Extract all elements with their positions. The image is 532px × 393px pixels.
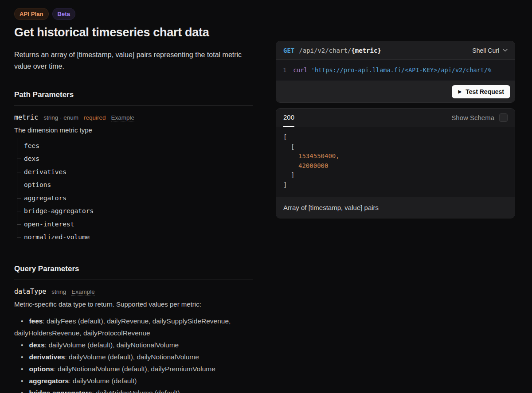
response-description: Array of [timestamp, value] pairs [276, 197, 515, 218]
json-punct: [ [283, 133, 287, 140]
enum-item: open-interest [17, 218, 253, 231]
code-argument: 'https://pro-api.llama.fi/<API-KEY>/api/… [308, 66, 492, 74]
bullet-desc: : dailyFees (default), dailyRevenue, dai… [14, 317, 231, 337]
show-schema-checkbox[interactable] [499, 113, 508, 122]
example-link[interactable]: Example [111, 114, 135, 121]
json-line: [ [283, 142, 508, 152]
endpoint-path: GET/api/v2/chart/{metric} [283, 47, 381, 54]
enum-item-label: dexs [24, 155, 39, 162]
bullet-term: fees [29, 317, 43, 325]
param-type: string · enum [43, 114, 78, 121]
request-panel: GET/api/v2/chart/{metric} Shell Curl 1cu… [276, 41, 515, 103]
show-schema-label: Show Schema [451, 114, 494, 121]
json-line: ] [283, 171, 508, 180]
bullet-term: options [29, 365, 54, 373]
bullet-desc: : dailyVolume (default), dailyNotionalVo… [65, 353, 199, 361]
request-panel-footer: ▶ Test Request [276, 81, 515, 102]
required-badge: required [84, 114, 106, 121]
enum-item: aggregators [17, 191, 253, 205]
api-plan-badge: API Plan [14, 8, 49, 20]
http-method: GET [283, 47, 294, 54]
curl-code-block[interactable]: 1curl 'https://pro-api.llama.fi/<API-KEY… [276, 60, 515, 81]
line-number: 1 [276, 66, 286, 75]
enum-item-label: derivatives [24, 168, 66, 175]
param-name: dataType [14, 288, 46, 296]
list-item: fees: dailyFees (default), dailyRevenue,… [14, 315, 253, 339]
list-item: derivatives: dailyVolume (default), dail… [14, 351, 253, 363]
bullet-desc: : dailyBridgeVolume (default) [92, 389, 180, 393]
list-item: dexs: dailyVolume (default), dailyNotion… [14, 339, 253, 351]
bullet-term: aggregators [29, 377, 69, 385]
list-item: options: dailyNotionalVolume (default), … [14, 363, 253, 375]
endpoint-description: Returns an array of [timestamp, value] p… [14, 49, 253, 72]
enum-item-label: options [24, 181, 51, 188]
response-panel: 200 Show Schema [ [ 1534550400, 42000000… [276, 108, 515, 218]
enum-item: dexs [17, 152, 253, 166]
enum-item: bridge-aggregators [17, 205, 253, 218]
enum-item: normalized-volume [17, 231, 253, 244]
json-number: 42000000 [298, 162, 328, 169]
path-parameters-heading: Path Parameters [14, 90, 253, 99]
page-title: Get historical timeseries chart data [14, 26, 253, 39]
json-punct: [ [291, 143, 294, 150]
json-line: [ [283, 132, 508, 142]
bullet-desc: : dailyNotionalVolume (default), dailyPr… [54, 365, 215, 373]
param-description: Metric-specific data type to return. Sup… [14, 300, 253, 308]
response-panel-header: 200 Show Schema [276, 109, 515, 127]
enum-item-label: open-interest [24, 221, 74, 228]
param-description: The dimension metric type [14, 126, 253, 134]
enum-item: derivatives [17, 165, 253, 179]
section-divider [14, 105, 253, 106]
enum-item-label: fees [24, 142, 39, 149]
param-row-datatype: dataType string Example [14, 288, 253, 296]
datatype-values-list: fees: dailyFees (default), dailyRevenue,… [14, 315, 253, 393]
beta-badge: Beta [52, 8, 76, 20]
docs-content: API Plan Beta Get historical timeseries … [14, 8, 253, 393]
param-row-metric: metric string · enum required Example [14, 113, 253, 121]
bullet-term: derivatives [29, 353, 65, 361]
json-punct: ] [283, 181, 287, 188]
bullet-desc: : dailyVolume (default) [69, 377, 137, 385]
json-number: 1534550400 [298, 152, 336, 160]
json-line: 1534550400, [283, 152, 508, 161]
bullet-term: dexs [29, 341, 44, 349]
language-selector[interactable]: Shell Curl [472, 47, 508, 54]
request-panel-header: GET/api/v2/chart/{metric} Shell Curl [276, 41, 515, 60]
bullet-desc: : dailyVolume (default), dailyNotionalVo… [45, 341, 179, 349]
endpoint-path-param: {metric} [351, 47, 381, 54]
query-parameters-heading: Query Parameters [14, 265, 253, 273]
language-selector-label: Shell Curl [472, 47, 499, 54]
enum-item: options [17, 179, 253, 192]
json-punct: , [336, 152, 339, 160]
enum-item: fees [17, 139, 253, 152]
api-playground: GET/api/v2/chart/{metric} Shell Curl 1cu… [276, 41, 515, 393]
list-item: bridge-aggregators: dailyBridgeVolume (d… [14, 387, 253, 393]
json-line: ] [283, 180, 508, 190]
enum-item-label: normalized-volume [24, 233, 90, 241]
enum-value-tree: fees dexs derivatives options aggregator… [14, 139, 253, 244]
param-name: metric [14, 113, 38, 121]
endpoint-route: /api/v2/chart/ [299, 47, 351, 54]
param-type: string [51, 288, 66, 295]
json-punct: ] [291, 171, 294, 179]
enum-item-label: bridge-aggregators [24, 207, 94, 214]
list-item: aggregators: dailyVolume (default) [14, 375, 253, 387]
show-schema-toggle[interactable]: Show Schema [451, 113, 508, 122]
test-request-button[interactable]: ▶ Test Request [452, 85, 510, 98]
response-json-body: [ [ 1534550400, 42000000 ] ] [276, 127, 515, 197]
enum-item-label: aggregators [24, 195, 66, 202]
chevron-down-icon [503, 49, 508, 52]
status-tab-200[interactable]: 200 [283, 109, 294, 127]
code-keyword: curl [293, 66, 308, 74]
example-link[interactable]: Example [71, 288, 95, 296]
play-icon: ▶ [458, 89, 462, 94]
page: API Plan Beta Get historical timeseries … [0, 0, 532, 393]
json-line: 42000000 [283, 161, 508, 171]
test-request-label: Test Request [466, 88, 504, 95]
bullet-term: bridge-aggregators [29, 389, 92, 393]
section-divider [14, 280, 253, 280]
badge-row: API Plan Beta [14, 8, 253, 20]
